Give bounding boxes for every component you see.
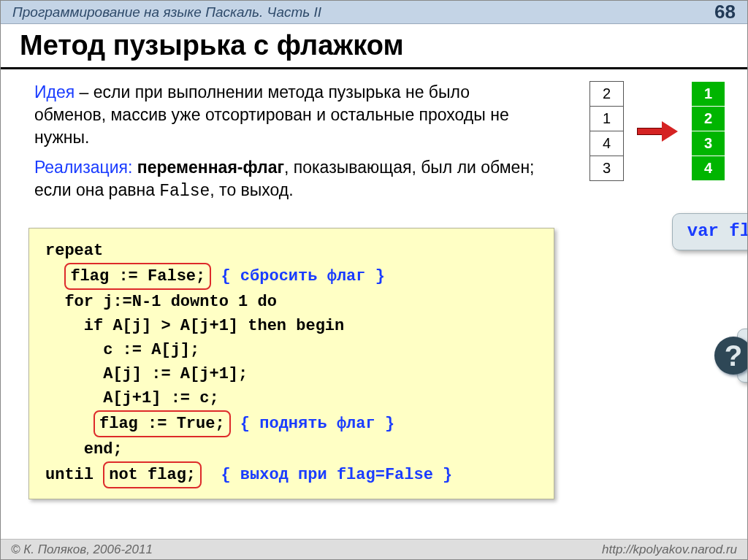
idea-text: – если при выполнении метода пузырька не… <box>34 83 509 147</box>
body: Идея – если при выполнении метода пузырь… <box>1 69 747 499</box>
slide: Программирование на языке Паскаль. Часть… <box>0 0 748 560</box>
impl-mono: False <box>159 182 210 201</box>
impl-paragraph: Реализация: переменная-флаг, показывающа… <box>34 156 546 203</box>
impl-label: Реализация: <box>34 158 132 177</box>
idea-label: Идея <box>34 83 75 101</box>
hl-not-flag: not flag; <box>103 461 202 488</box>
footer-url: http://kpolyakov.narod.ru <box>602 542 737 557</box>
idea-paragraph: Идея – если при выполнении метода пузырь… <box>34 81 546 149</box>
hl-flag-false: flag := False; <box>64 263 211 290</box>
topbar: Программирование на языке Паскаль. Часть… <box>1 1 747 24</box>
impl-bold: переменная-флаг <box>132 158 284 177</box>
code-block: repeat flag := False; { сбросить флаг } … <box>28 228 554 499</box>
footer: © К. Поляков, 2006-2011 http://kpolyakov… <box>1 539 747 559</box>
comment: { выход при flag=False } <box>221 466 452 484</box>
callout-improve: ? Как улучшить? <box>737 329 748 383</box>
impl-tail: , то выход. <box>210 180 293 199</box>
question-icon: ? <box>714 337 748 375</box>
hl-flag-true: flag := True; <box>94 410 231 437</box>
course-title: Программирование на языке Паскаль. Часть… <box>12 4 321 20</box>
page-number: 68 <box>714 1 736 23</box>
callout-var-decl: var flag: boolean; <box>672 213 748 250</box>
copyright: © К. Поляков, 2006-2011 <box>11 542 153 557</box>
page-title: Метод пузырька с флажком <box>1 24 747 69</box>
comment: { сбросить флаг } <box>221 267 384 285</box>
code-wrapper: var flag: boolean; ? Как улучшить? repea… <box>28 228 724 499</box>
comment: { поднять флаг } <box>240 415 394 433</box>
